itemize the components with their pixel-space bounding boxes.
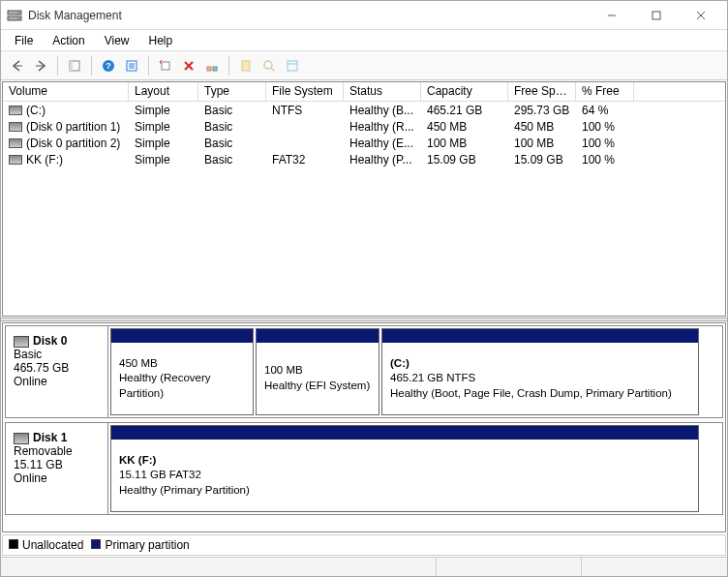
partition-box[interactable]: (C:)465.21 GB NTFSHealthy (Boot, Page Fi… [381, 328, 699, 415]
volume-capacity: 450 MB [421, 120, 508, 134]
volume-icon [9, 138, 22, 148]
delete-button[interactable] [178, 55, 199, 76]
splitter[interactable] [1, 318, 727, 321]
svg-rect-11 [70, 61, 73, 71]
svg-text:?: ? [106, 61, 111, 71]
partition-size: 465.21 GB NTFS [390, 371, 690, 386]
disk-type: Removable [14, 444, 100, 458]
back-button[interactable] [7, 55, 28, 76]
column-header-filesystem[interactable]: File System [266, 82, 344, 101]
disk-icon [14, 433, 29, 444]
volume-icon [9, 106, 22, 115]
column-header-status[interactable]: Status [344, 82, 421, 101]
settings-button[interactable] [282, 55, 303, 76]
refresh-button[interactable] [155, 55, 176, 76]
volume-type: Basic [198, 104, 266, 117]
legend-primary: Primary partition [91, 538, 189, 552]
partition-box[interactable]: 100 MBHealthy (EFI System) [256, 328, 379, 415]
volume-filesystem: FAT32 [266, 153, 344, 167]
volume-pctfree: 100 % [576, 137, 634, 150]
toolbar-separator [57, 56, 58, 76]
disk-name: Disk 1 [33, 431, 67, 444]
disk-partitions: KK (F:)15.11 GB FAT32Healthy (Primary Pa… [108, 423, 722, 514]
disk-label[interactable]: Disk 0Basic465.75 GBOnline [6, 326, 108, 417]
new-button[interactable] [235, 55, 257, 76]
volume-type: Basic [198, 153, 266, 167]
legend-unallocated: Unallocated [9, 538, 83, 552]
column-header-volume[interactable]: Volume [3, 82, 129, 101]
volume-capacity: 100 MB [421, 137, 508, 150]
volume-name: KK (F:) [26, 153, 63, 167]
forward-button[interactable] [30, 55, 51, 76]
column-header-layout[interactable]: Layout [129, 82, 198, 101]
toolbar-separator [148, 56, 149, 76]
maximize-button[interactable] [634, 2, 679, 29]
partition-name: (C:) [390, 356, 690, 372]
action-button[interactable] [201, 55, 223, 76]
column-header-pctfree[interactable]: % Free [576, 82, 634, 101]
volume-layout: Simple [129, 104, 198, 117]
properties-button[interactable] [121, 55, 142, 76]
graphical-view[interactable]: Disk 0Basic465.75 GBOnline450 MBHealthy … [2, 322, 726, 532]
statusbar-cell [1, 558, 436, 576]
disk-state: Online [14, 471, 100, 485]
partition-box[interactable]: 450 MBHealthy (Recovery Partition) [110, 328, 254, 415]
partition-status: Healthy (Recovery Partition) [119, 371, 245, 401]
partition-box[interactable]: KK (F:)15.11 GB FAT32Healthy (Primary Pa… [110, 425, 699, 512]
disk-type: Basic [14, 348, 100, 361]
close-button[interactable] [679, 2, 723, 29]
svg-point-2 [17, 12, 19, 14]
partition-status: Healthy (Boot, Page File, Crash Dump, Pr… [390, 386, 690, 402]
statusbar-cell [581, 558, 727, 576]
volume-status: Healthy (B... [344, 104, 421, 117]
help-button[interactable]: ? [98, 55, 119, 76]
disk-partitions: 450 MBHealthy (Recovery Partition)100 MB… [108, 326, 722, 417]
disk-row[interactable]: Disk 0Basic465.75 GBOnline450 MBHealthy … [5, 325, 723, 418]
column-header-capacity[interactable]: Capacity [421, 82, 508, 101]
app-icon [7, 8, 22, 23]
volume-layout: Simple [129, 120, 198, 134]
disk-row[interactable]: Disk 1Removable15.11 GBOnlineKK (F:)15.1… [5, 422, 723, 515]
disk-size: 465.75 GB [14, 361, 100, 375]
volume-name: (Disk 0 partition 2) [26, 137, 120, 150]
volume-list[interactable]: Volume Layout Type File System Status Ca… [2, 81, 726, 317]
column-header-type[interactable]: Type [198, 82, 266, 101]
volume-freespace: 100 MB [508, 137, 576, 150]
find-button[interactable] [258, 55, 280, 76]
menubar: File Action View Help [1, 30, 727, 51]
disk-label[interactable]: Disk 1Removable15.11 GBOnline [6, 423, 108, 514]
toolbar-separator [228, 56, 229, 76]
partition-header [257, 329, 379, 343]
statusbar [1, 557, 727, 576]
volume-pctfree: 100 % [576, 120, 634, 134]
disk-icon [14, 336, 29, 348]
menu-action[interactable]: Action [43, 32, 94, 49]
volume-status: Healthy (E... [344, 137, 421, 150]
statusbar-cell [436, 558, 582, 576]
minimize-button[interactable] [590, 2, 634, 29]
partition-size: 450 MB [119, 356, 245, 372]
volume-capacity: 15.09 GB [421, 153, 508, 167]
svg-rect-23 [242, 61, 250, 71]
volume-row[interactable]: KK (F:)SimpleBasicFAT32Healthy (P...15.0… [3, 151, 725, 167]
disk-name: Disk 0 [33, 334, 67, 348]
volume-capacity: 465.21 GB [421, 104, 508, 117]
swatch-unallocated [9, 539, 18, 549]
volume-row[interactable]: (C:)SimpleBasicNTFSHealthy (B...465.21 G… [3, 102, 725, 118]
partition-name: KK (F:) [119, 453, 690, 469]
volume-list-header: Volume Layout Type File System Status Ca… [3, 82, 725, 102]
disk-state: Online [14, 375, 100, 388]
show-hide-tree-button[interactable] [64, 55, 85, 76]
volume-row[interactable]: (Disk 0 partition 2)SimpleBasicHealthy (… [3, 135, 725, 151]
volume-name: (Disk 0 partition 1) [26, 120, 120, 134]
volume-icon [9, 122, 22, 132]
menu-file[interactable]: File [5, 32, 43, 49]
menu-view[interactable]: View [95, 32, 139, 49]
column-header-freespace[interactable]: Free Spa... [508, 82, 576, 101]
partition-header [111, 426, 698, 440]
menu-help[interactable]: Help [139, 32, 183, 49]
volume-row[interactable]: (Disk 0 partition 1)SimpleBasicHealthy (… [3, 118, 725, 135]
partition-status: Healthy (EFI System) [264, 379, 371, 394]
volume-status: Healthy (R... [344, 120, 421, 134]
volume-status: Healthy (P... [344, 153, 421, 167]
